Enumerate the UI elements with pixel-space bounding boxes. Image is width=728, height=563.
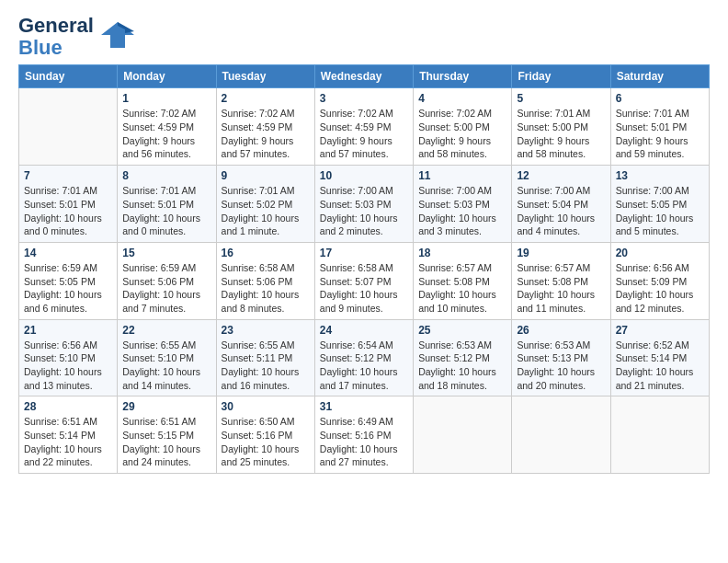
day-info: Sunrise: 6:51 AM Sunset: 5:14 PM Dayligh… — [24, 415, 112, 469]
day-info: Sunrise: 6:49 AM Sunset: 5:16 PM Dayligh… — [320, 415, 408, 469]
calendar-cell: 5 Sunrise: 7:01 AM Sunset: 5:00 PM Dayli… — [512, 88, 610, 166]
sunset-text: Sunset: 5:07 PM — [320, 276, 392, 287]
sunset-text: Sunset: 5:09 PM — [616, 276, 688, 287]
daylight-text: Daylight: 10 hours and 24 minutes. — [122, 443, 200, 468]
daylight-text: Daylight: 10 hours and 16 minutes. — [222, 366, 300, 391]
day-number: 31 — [320, 400, 408, 413]
sunset-text: Sunset: 5:01 PM — [616, 121, 688, 132]
sunrise-text: Sunrise: 6:55 AM — [222, 339, 295, 350]
sunset-text: Sunset: 5:01 PM — [122, 199, 194, 210]
day-info: Sunrise: 7:00 AM Sunset: 5:03 PM Dayligh… — [320, 184, 408, 238]
calendar-cell — [19, 88, 118, 166]
sunset-text: Sunset: 5:00 PM — [418, 121, 490, 132]
day-info: Sunrise: 6:51 AM Sunset: 5:15 PM Dayligh… — [122, 415, 210, 469]
daylight-text: Daylight: 10 hours and 18 minutes. — [418, 366, 496, 391]
day-number: 16 — [222, 247, 310, 259]
day-info: Sunrise: 6:57 AM Sunset: 5:08 PM Dayligh… — [517, 261, 605, 316]
sunrise-text: Sunrise: 6:53 AM — [517, 339, 590, 350]
calendar-cell: 2 Sunrise: 7:02 AM Sunset: 4:59 PM Dayli… — [216, 88, 314, 166]
daylight-text: Daylight: 10 hours and 2 minutes. — [320, 213, 398, 237]
sunset-text: Sunset: 5:12 PM — [320, 352, 392, 363]
daylight-text: Daylight: 10 hours and 0 minutes. — [122, 213, 200, 237]
day-number: 28 — [24, 400, 112, 413]
sunset-text: Sunset: 5:00 PM — [517, 121, 588, 132]
day-number: 26 — [517, 324, 605, 337]
day-info: Sunrise: 7:02 AM Sunset: 4:59 PM Dayligh… — [320, 107, 408, 161]
daylight-text: Daylight: 9 hours and 58 minutes. — [418, 135, 491, 160]
day-number: 1 — [122, 92, 210, 105]
sunset-text: Sunset: 4:59 PM — [320, 121, 392, 132]
sunset-text: Sunset: 5:12 PM — [418, 352, 490, 363]
sunrise-text: Sunrise: 7:00 AM — [616, 185, 689, 196]
day-number: 18 — [418, 247, 506, 259]
weekday-header-tuesday: Tuesday — [216, 65, 314, 88]
day-info: Sunrise: 6:56 AM Sunset: 5:10 PM Dayligh… — [24, 339, 112, 393]
sunrise-text: Sunrise: 6:54 AM — [320, 339, 393, 350]
weekday-header-saturday: Saturday — [610, 65, 709, 88]
day-number: 22 — [122, 324, 210, 337]
day-number: 29 — [122, 400, 210, 413]
calendar-cell: 17 Sunrise: 6:58 AM Sunset: 5:07 PM Dayl… — [314, 242, 413, 319]
sunrise-text: Sunrise: 6:56 AM — [24, 339, 97, 350]
sunrise-text: Sunrise: 6:50 AM — [222, 416, 295, 427]
daylight-text: Daylight: 10 hours and 17 minutes. — [320, 366, 398, 391]
logo-bird-icon — [101, 18, 134, 55]
day-info: Sunrise: 6:59 AM Sunset: 5:06 PM Dayligh… — [122, 261, 210, 316]
daylight-text: Daylight: 10 hours and 6 minutes. — [24, 289, 102, 314]
daylight-text: Daylight: 9 hours and 58 minutes. — [517, 135, 589, 160]
sunrise-text: Sunrise: 6:57 AM — [517, 262, 590, 273]
daylight-text: Daylight: 10 hours and 1 minute. — [222, 213, 300, 237]
day-info: Sunrise: 7:00 AM Sunset: 5:03 PM Dayligh… — [418, 184, 506, 238]
day-number: 24 — [320, 324, 408, 337]
sunset-text: Sunset: 5:13 PM — [517, 352, 588, 363]
svg-marker-0 — [101, 22, 134, 48]
calendar-cell: 10 Sunrise: 7:00 AM Sunset: 5:03 PM Dayl… — [314, 166, 413, 243]
day-number: 15 — [122, 247, 210, 259]
sunrise-text: Sunrise: 6:53 AM — [418, 339, 492, 350]
day-number: 11 — [418, 169, 506, 182]
sunset-text: Sunset: 5:02 PM — [222, 199, 293, 210]
sunrise-text: Sunrise: 7:02 AM — [418, 108, 492, 119]
day-info: Sunrise: 7:02 AM Sunset: 5:00 PM Dayligh… — [418, 107, 506, 161]
sunset-text: Sunset: 5:04 PM — [517, 199, 588, 210]
calendar-cell: 8 Sunrise: 7:01 AM Sunset: 5:01 PM Dayli… — [118, 166, 216, 243]
sunset-text: Sunset: 5:10 PM — [24, 352, 96, 363]
day-number: 14 — [24, 247, 112, 259]
sunrise-text: Sunrise: 7:02 AM — [122, 108, 196, 119]
sunset-text: Sunset: 5:14 PM — [24, 430, 96, 441]
weekday-header-friday: Friday — [512, 65, 610, 88]
daylight-text: Daylight: 10 hours and 9 minutes. — [320, 289, 398, 314]
day-info: Sunrise: 6:58 AM Sunset: 5:07 PM Dayligh… — [320, 261, 408, 316]
sunrise-text: Sunrise: 7:02 AM — [320, 108, 393, 119]
sunset-text: Sunset: 4:59 PM — [222, 121, 293, 132]
daylight-text: Daylight: 10 hours and 27 minutes. — [320, 443, 398, 468]
daylight-text: Daylight: 10 hours and 0 minutes. — [24, 213, 102, 237]
day-info: Sunrise: 6:55 AM Sunset: 5:10 PM Dayligh… — [122, 339, 210, 393]
day-info: Sunrise: 6:59 AM Sunset: 5:05 PM Dayligh… — [24, 261, 112, 316]
sunrise-text: Sunrise: 6:56 AM — [616, 262, 689, 273]
day-number: 19 — [517, 247, 605, 259]
daylight-text: Daylight: 9 hours and 57 minutes. — [222, 135, 294, 160]
calendar-cell: 22 Sunrise: 6:55 AM Sunset: 5:10 PM Dayl… — [118, 319, 216, 396]
daylight-text: Daylight: 10 hours and 20 minutes. — [517, 366, 595, 391]
day-number: 30 — [222, 400, 310, 413]
daylight-text: Daylight: 10 hours and 5 minutes. — [616, 213, 694, 237]
day-number: 4 — [418, 92, 506, 105]
day-number: 5 — [517, 92, 605, 105]
sunset-text: Sunset: 5:03 PM — [418, 199, 490, 210]
day-info: Sunrise: 7:01 AM Sunset: 5:02 PM Dayligh… — [222, 184, 310, 238]
calendar-cell: 15 Sunrise: 6:59 AM Sunset: 5:06 PM Dayl… — [118, 242, 216, 319]
sunrise-text: Sunrise: 6:52 AM — [616, 339, 689, 350]
day-info: Sunrise: 6:54 AM Sunset: 5:12 PM Dayligh… — [320, 339, 408, 393]
sunset-text: Sunset: 5:16 PM — [222, 430, 293, 441]
calendar-cell — [512, 396, 610, 474]
sunset-text: Sunset: 5:01 PM — [24, 199, 96, 210]
sunrise-text: Sunrise: 7:01 AM — [222, 185, 295, 196]
day-number: 25 — [418, 324, 506, 337]
sunset-text: Sunset: 5:08 PM — [418, 276, 490, 287]
daylight-text: Daylight: 10 hours and 7 minutes. — [122, 289, 200, 314]
daylight-text: Daylight: 10 hours and 22 minutes. — [24, 443, 102, 468]
day-info: Sunrise: 6:56 AM Sunset: 5:09 PM Dayligh… — [616, 261, 704, 316]
calendar-cell: 24 Sunrise: 6:54 AM Sunset: 5:12 PM Dayl… — [314, 319, 413, 396]
day-info: Sunrise: 6:53 AM Sunset: 5:13 PM Dayligh… — [517, 339, 605, 393]
